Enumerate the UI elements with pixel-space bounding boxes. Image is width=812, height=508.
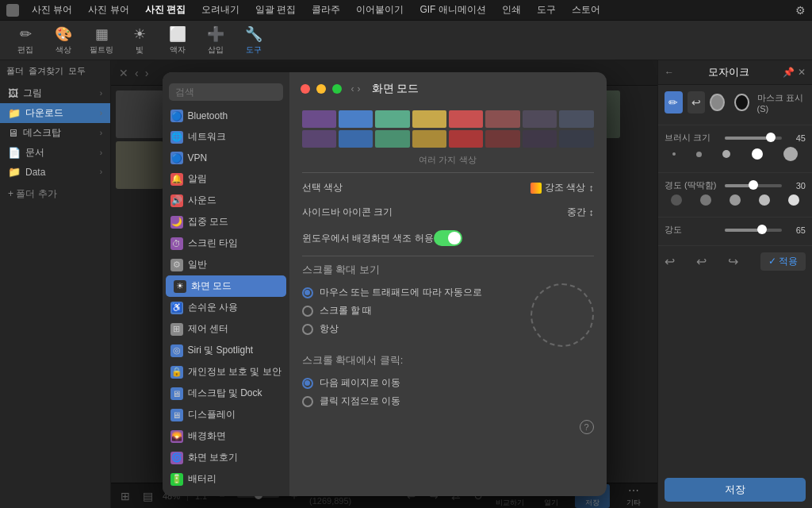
d-sidebar-notifications[interactable]: 🔔 알림 xyxy=(163,168,289,190)
mosaic-back-button[interactable]: ← xyxy=(665,67,674,78)
tool-insert[interactable]: ➕ 삽입 xyxy=(198,23,233,58)
traffic-light-maximize[interactable] xyxy=(332,84,342,94)
sidebar-icon-size-value[interactable]: 중간 ↕ xyxy=(567,206,594,219)
color-cell-13[interactable] xyxy=(449,130,483,148)
help-button[interactable]: ? xyxy=(580,420,594,434)
d-sidebar-focus[interactable]: 🌙 집중 모드 xyxy=(163,211,289,233)
sidebar-item-desktop[interactable]: 🖥 데스크탑 › xyxy=(0,123,110,143)
color-cell-14[interactable] xyxy=(485,130,519,148)
color-cell-4[interactable] xyxy=(412,110,446,128)
hardness-dot-5[interactable] xyxy=(788,194,799,206)
menu-item-collage[interactable]: 콜라주 xyxy=(308,3,343,17)
strength-slider[interactable] xyxy=(725,229,782,232)
color-cell-7[interactable] xyxy=(523,110,557,128)
sidebar-item-pictures[interactable]: 🖼 그림 › xyxy=(0,83,110,103)
d-sidebar-vpn[interactable]: 🔵 VPN xyxy=(163,148,289,168)
sidebar-tab-folder[interactable]: 폴더 xyxy=(6,65,24,77)
dialog-search-input[interactable] xyxy=(169,83,283,101)
mosaic-pin-button[interactable]: 📌 xyxy=(783,67,795,78)
click-option-next-page[interactable]: 다음 페이지로 이동 xyxy=(302,374,594,392)
menu-item-gif[interactable]: GIF 애니메이션 xyxy=(416,3,488,17)
d-sidebar-appearance[interactable]: ☀ 화면 모드 xyxy=(166,275,286,297)
d-sidebar-accessibility[interactable]: ♿ 손쉬운 사용 xyxy=(163,297,289,318)
menu-item-batch[interactable]: 일괄 편집 xyxy=(252,3,299,17)
color-cell-8[interactable] xyxy=(559,110,593,128)
hardness-slider[interactable] xyxy=(725,184,782,187)
undo-button[interactable]: ↩ xyxy=(665,254,675,269)
color-cell-3[interactable] xyxy=(375,110,409,128)
menu-item-photo-edit[interactable]: 사진 편집 xyxy=(142,3,189,17)
hardness-dot-2[interactable] xyxy=(700,194,711,206)
scroll-option-always[interactable]: 항상 xyxy=(302,320,518,338)
apply-button[interactable]: ✓ 적용 xyxy=(760,252,806,271)
size-dot-xs[interactable] xyxy=(672,152,676,156)
d-sidebar-bluetooth[interactable]: 🔵 Bluetooth xyxy=(163,106,289,126)
click-option-click-point[interactable]: 클릭 지점으로 이동 xyxy=(302,392,594,410)
hardness-dot-1[interactable] xyxy=(671,194,682,206)
traffic-light-minimize[interactable] xyxy=(316,84,326,94)
tool-edit[interactable]: ✏ 편집 xyxy=(8,23,43,58)
color-cell-15[interactable] xyxy=(523,130,557,148)
settings-icon[interactable]: ⚙ xyxy=(795,4,806,17)
brush-paint-tool[interactable]: ✏ xyxy=(665,91,683,114)
size-dot-xl[interactable] xyxy=(783,147,798,161)
menu-item-print[interactable]: 인쇄 xyxy=(499,3,524,17)
d-sidebar-sound[interactable]: 🔊 사운드 xyxy=(163,190,289,211)
traffic-light-close[interactable] xyxy=(301,84,310,94)
redo-button[interactable]: ↪ xyxy=(728,254,738,269)
d-sidebar-desktop-dock[interactable]: 🖥 데스크탑 및 Dock xyxy=(163,383,289,404)
d-sidebar-screensaver[interactable]: 🌀 화면 보호기 xyxy=(163,447,289,468)
scroll-option-when[interactable]: 스크롤 할 때 xyxy=(302,302,518,320)
brush-color-gray[interactable] xyxy=(710,94,725,111)
hardness-dot-4[interactable] xyxy=(759,194,770,206)
scroll-option-auto[interactable]: 마우스 또는 트래패드에 따라 자동으로 xyxy=(302,283,518,302)
color-cell-10[interactable] xyxy=(339,130,373,148)
tool-frame[interactable]: ⬜ 액자 xyxy=(160,23,195,58)
color-cell-9[interactable] xyxy=(302,130,336,148)
d-sidebar-general[interactable]: ⚙ 일반 xyxy=(163,254,289,275)
sidebar-tab-all[interactable]: 모두 xyxy=(68,65,86,77)
mosaic-close-button[interactable]: ✕ xyxy=(798,67,806,78)
mosaic-save-button[interactable]: 저장 xyxy=(665,478,806,502)
tool-color[interactable]: 🎨 색상 xyxy=(46,23,81,58)
color-cell-11[interactable] xyxy=(375,130,409,148)
menu-item-photo-viewer1[interactable]: 사진 뷰어 xyxy=(29,3,75,17)
brush-color-black[interactable] xyxy=(734,94,749,111)
accent-color-value[interactable]: 강조 색상 ↕ xyxy=(530,181,593,194)
menu-item-crop[interactable]: 오려내기 xyxy=(198,3,243,17)
color-cell-1[interactable] xyxy=(302,110,336,128)
d-sidebar-wallpaper[interactable]: 🌄 배경화면 xyxy=(163,425,289,447)
size-dot-sm[interactable] xyxy=(696,152,702,157)
color-cell-6[interactable] xyxy=(485,110,519,128)
color-cell-2[interactable] xyxy=(339,110,373,128)
menu-item-stitch[interactable]: 이어붙이기 xyxy=(353,3,407,17)
brush-erase-tool[interactable]: ↩ xyxy=(688,91,706,114)
d-sidebar-network[interactable]: 🌐 네트워크 xyxy=(163,126,289,148)
d-sidebar-privacy[interactable]: 🔒 개인정보 보호 및 보안 xyxy=(163,361,289,383)
color-cell-16[interactable] xyxy=(559,130,593,148)
color-cell-12[interactable] xyxy=(412,130,446,148)
color-cell-5[interactable] xyxy=(449,110,483,128)
dialog-forward-button[interactable]: › xyxy=(358,83,361,94)
sidebar-tab-favorites[interactable]: 즐겨찾기 xyxy=(29,65,63,77)
size-dot-lg[interactable] xyxy=(752,148,763,160)
brush-size-slider[interactable] xyxy=(725,137,782,140)
sidebar-item-documents[interactable]: 📄 문서 › xyxy=(0,143,110,163)
hardness-dot-3[interactable] xyxy=(730,194,741,206)
sidebar-item-data[interactable]: 📁 Data › xyxy=(0,163,110,181)
menu-item-store[interactable]: 스토어 xyxy=(569,3,603,17)
d-sidebar-battery[interactable]: 🔋 배터리 xyxy=(163,468,289,490)
tool-filter[interactable]: ▦ 필트링 xyxy=(84,23,119,58)
size-dot-md[interactable] xyxy=(722,150,730,158)
d-sidebar-screentime[interactable]: ⏱ 스크린 타임 xyxy=(163,233,289,254)
menu-item-tools[interactable]: 도구 xyxy=(534,3,559,17)
sidebar-item-downloads[interactable]: 📁 다운로드 › xyxy=(0,103,110,123)
add-folder-button[interactable]: + 폴더 추가 xyxy=(0,184,110,204)
d-sidebar-control-center[interactable]: ⊞ 제어 센터 xyxy=(163,318,289,340)
d-sidebar-siri[interactable]: ◎ Siri 및 Spotlight xyxy=(163,340,289,361)
tool-tools[interactable]: 🔧 도구 xyxy=(236,23,271,58)
dialog-back-button[interactable]: ‹ xyxy=(351,83,354,94)
undo2-button[interactable]: ↩ xyxy=(696,254,707,269)
menu-item-photo-viewer2[interactable]: 사진 뷰어 xyxy=(85,3,132,17)
tool-light[interactable]: ☀ 빛 xyxy=(122,23,157,58)
